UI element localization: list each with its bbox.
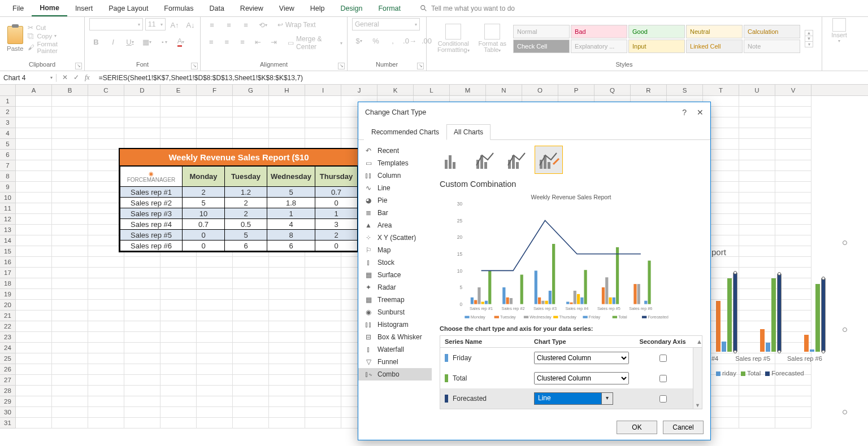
- row-head-19[interactable]: 19: [0, 289, 16, 300]
- chart-handle[interactable]: [843, 241, 847, 245]
- subtype-3[interactable]: [535, 146, 563, 174]
- cell[interactable]: [305, 117, 341, 128]
- cancel-button[interactable]: Cancel: [663, 421, 704, 434]
- cell[interactable]: [16, 278, 52, 289]
- cell[interactable]: [16, 364, 52, 375]
- subtype-1[interactable]: [471, 146, 500, 174]
- row-head-8[interactable]: 8: [0, 171, 16, 182]
- row-head-7[interactable]: 7: [0, 160, 16, 171]
- help-button[interactable]: ?: [682, 108, 687, 117]
- cell[interactable]: [52, 375, 88, 386]
- cell[interactable]: [233, 96, 269, 107]
- cell[interactable]: [124, 364, 160, 375]
- cell[interactable]: [739, 171, 775, 182]
- cell[interactable]: [124, 321, 160, 332]
- cell[interactable]: [16, 300, 52, 311]
- cell[interactable]: [739, 96, 775, 107]
- chart-type-combo[interactable]: ⫿∿Combo: [358, 368, 432, 381]
- merge-center-button[interactable]: ▭Merge & Center▾: [288, 35, 342, 51]
- cell[interactable]: [16, 203, 52, 214]
- cell[interactable]: [775, 203, 811, 214]
- row-head-5[interactable]: 5: [0, 139, 16, 150]
- select-all-corner[interactable]: [0, 85, 16, 95]
- cell[interactable]: [269, 343, 305, 353]
- cell[interactable]: [739, 182, 775, 193]
- row-head-10[interactable]: 10: [0, 193, 16, 203]
- row-head-31[interactable]: 31: [0, 418, 16, 428]
- chart-type-histogram[interactable]: ⫿⫿Histogram: [358, 318, 432, 331]
- wrap-text-button[interactable]: ↩Wrap Text: [277, 18, 316, 32]
- comma-button[interactable]: ,: [386, 34, 400, 47]
- copy-button[interactable]: ⿻Copy▾: [28, 33, 80, 40]
- font-color-button[interactable]: A▾: [174, 35, 188, 49]
- cell[interactable]: [197, 107, 233, 117]
- cell[interactable]: [52, 353, 88, 364]
- cell[interactable]: [775, 96, 811, 107]
- row-head-28[interactable]: 28: [0, 386, 16, 396]
- secondary-axis-checkbox[interactable]: [659, 375, 667, 382]
- cell[interactable]: [233, 107, 269, 117]
- cell[interactable]: [269, 257, 305, 268]
- cell[interactable]: [16, 96, 52, 107]
- col-head-R[interactable]: R: [631, 85, 667, 95]
- cell[interactable]: [305, 396, 341, 407]
- cell[interactable]: [233, 418, 269, 428]
- cell[interactable]: [233, 375, 269, 386]
- bold-button[interactable]: B: [89, 35, 103, 49]
- col-head-O[interactable]: O: [522, 85, 558, 95]
- col-head-U[interactable]: U: [739, 85, 775, 95]
- cell[interactable]: [88, 107, 124, 117]
- align-center-button[interactable]: ≡: [221, 35, 233, 49]
- series-row-forecasted[interactable]: ForecastedLine▾: [440, 388, 693, 409]
- series-row-total[interactable]: TotalClustered Column: [440, 368, 693, 388]
- row-head-2[interactable]: 2: [0, 107, 16, 117]
- cell[interactable]: [52, 418, 88, 428]
- cell[interactable]: [160, 321, 197, 332]
- indent-increase-button[interactable]: ⇥: [267, 35, 280, 49]
- row-head-30[interactable]: 30: [0, 407, 16, 418]
- cell[interactable]: [124, 117, 160, 128]
- cell[interactable]: [16, 289, 52, 300]
- col-head-Q[interactable]: Q: [594, 85, 631, 95]
- launcher-clipboard[interactable]: ↘: [75, 63, 82, 69]
- cell[interactable]: [197, 278, 233, 289]
- cell[interactable]: [197, 375, 233, 386]
- cell[interactable]: [88, 375, 124, 386]
- cell[interactable]: [160, 268, 197, 278]
- cell[interactable]: [88, 268, 124, 278]
- currency-button[interactable]: $▾: [352, 34, 366, 47]
- cell[interactable]: [305, 96, 341, 107]
- style-bad[interactable]: Bad: [571, 25, 627, 38]
- cell[interactable]: [233, 311, 269, 321]
- cell[interactable]: [305, 321, 341, 332]
- font-name-select[interactable]: ▾: [89, 18, 143, 30]
- row-head-4[interactable]: 4: [0, 128, 16, 139]
- col-head-S[interactable]: S: [667, 85, 703, 95]
- style-good[interactable]: Good: [628, 25, 685, 38]
- cell[interactable]: [197, 311, 233, 321]
- cell[interactable]: [16, 171, 52, 182]
- cell[interactable]: [52, 214, 88, 225]
- cell[interactable]: [160, 418, 197, 428]
- cell[interactable]: [305, 343, 341, 353]
- cell[interactable]: [269, 268, 305, 278]
- cell[interactable]: [124, 257, 160, 268]
- paste-button[interactable]: Paste: [5, 25, 25, 53]
- row-head-26[interactable]: 26: [0, 364, 16, 375]
- cell[interactable]: [52, 139, 88, 150]
- cell[interactable]: [52, 128, 88, 139]
- tab-review[interactable]: Review: [232, 1, 271, 16]
- launcher-font[interactable]: ↘: [191, 63, 198, 69]
- cell[interactable]: [233, 257, 269, 268]
- cell[interactable]: [775, 182, 811, 193]
- row-head-13[interactable]: 13: [0, 225, 16, 235]
- format-as-table-button[interactable]: Format asTable▾: [476, 24, 509, 54]
- chart-type-surface[interactable]: ▦Surface: [358, 269, 432, 281]
- cell[interactable]: [305, 278, 341, 289]
- cell[interactable]: [160, 407, 197, 418]
- tab-view[interactable]: View: [271, 1, 302, 16]
- cell[interactable]: [197, 289, 233, 300]
- col-head-G[interactable]: G: [233, 85, 269, 95]
- cell[interactable]: [305, 107, 341, 117]
- row-head-29[interactable]: 29: [0, 396, 16, 407]
